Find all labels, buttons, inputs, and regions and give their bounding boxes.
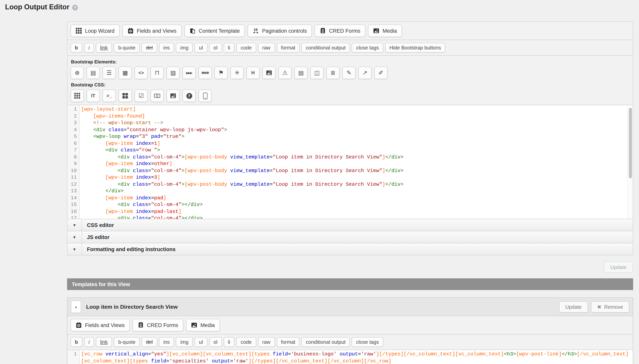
grid-columns-icon[interactable]: [71, 90, 84, 102]
loop-output-code-editor[interactable]: 1[wpv-layout-start]2 [wpv-items-found]3 …: [67, 105, 633, 219]
quicktag-ol[interactable]: ol: [209, 337, 222, 347]
quicktag-ins[interactable]: ins: [159, 43, 174, 52]
image-icon[interactable]: [166, 90, 180, 102]
quicktag-close-tags[interactable]: close tags: [352, 43, 383, 52]
template-code-editor[interactable]: 1[vc_row vertical_align="yes"][vc_column…: [67, 350, 633, 364]
code-text: [wpv-item index=pad-last]: [79, 208, 181, 215]
quicktag-ol[interactable]: ol: [209, 43, 222, 52]
toolbar-button-cred-forms[interactable]: CRED Forms: [315, 24, 365, 37]
line-number: 13: [67, 188, 79, 194]
quicktag-format[interactable]: format: [277, 43, 300, 52]
quicktag-link[interactable]: link: [96, 43, 112, 52]
page-title: Loop Output Editor: [5, 3, 69, 11]
toolbar-button-media[interactable]: Media: [186, 319, 220, 331]
text-size-icon[interactable]: IT: [87, 90, 100, 102]
code-line: 17 <div class="col-sm-4"></div>: [67, 215, 633, 219]
th-list-icon[interactable]: ▦: [119, 66, 132, 79]
quicktag-link[interactable]: link: [96, 337, 112, 347]
quicktag-hide-bootstrap-buttons[interactable]: Hide Bootstrap buttons: [385, 43, 446, 52]
quicktag-raw[interactable]: raw: [258, 43, 275, 52]
quicktag-i[interactable]: i: [84, 337, 94, 347]
quicktag-del[interactable]: del: [142, 337, 157, 347]
quicktag-conditional-output[interactable]: conditional output: [302, 43, 350, 52]
quicktag-code[interactable]: code: [237, 337, 256, 347]
toolbar-button-fields-and-views[interactable]: Fields and Views: [122, 24, 182, 37]
quicktag-ul[interactable]: ul: [195, 337, 207, 347]
media-list-icon[interactable]: ☰: [103, 66, 116, 79]
pagination-123-icon[interactable]: ❶❷❸: [198, 66, 212, 79]
quicktag-close-tags[interactable]: close tags: [352, 337, 383, 347]
update-button[interactable]: Update: [604, 262, 633, 273]
plus-sign-icon[interactable]: ⊕: [71, 66, 84, 79]
edit-icon[interactable]: ✎: [342, 66, 356, 79]
code-line: 8 <div class="col-sm-4">[wpv-post-body v…: [67, 154, 633, 160]
quicktag-img[interactable]: img: [176, 337, 193, 347]
template-update-button[interactable]: Update: [559, 301, 588, 312]
input-button-icon[interactable]: [150, 90, 164, 102]
console-icon[interactable]: >_: [103, 90, 116, 102]
bootstrap-toolbars: Bootstrap Elements: ⊕▤☰▦<>⊓▨▶▶▶❶❷❸⚑✳H⚠▤◫…: [67, 56, 633, 105]
line-number: 6: [67, 140, 79, 147]
template-remove-button[interactable]: ✖Remove: [591, 301, 629, 312]
check-square-icon[interactable]: ☑: [134, 90, 148, 102]
code-icon[interactable]: <>: [134, 66, 148, 79]
help-icon[interactable]: ?: [72, 5, 78, 10]
section-css-editor[interactable]: ▼ CSS editor: [67, 219, 633, 231]
quicktag-img[interactable]: img: [176, 43, 193, 52]
list-icon[interactable]: ≣: [326, 66, 340, 79]
section-label: CSS editor: [82, 219, 114, 231]
section-formatting-instructions[interactable]: ▼ Formatting and editing instructions: [67, 243, 633, 255]
quicktag-li[interactable]: li: [224, 337, 235, 347]
modal-icon[interactable]: ◫: [310, 66, 324, 79]
toolbar-button-loop-wizard[interactable]: Loop Wizard: [71, 24, 120, 37]
label-icon[interactable]: ⚑: [215, 66, 228, 79]
editor-toolbar: Loop WizardFields and ViewsContent Templ…: [67, 22, 633, 40]
toolbar-button-label: Media: [383, 28, 397, 34]
resize-full-icon[interactable]: ↗: [358, 66, 371, 79]
magic-wand-icon[interactable]: ✐: [374, 66, 387, 79]
toolbar-button-label: Pagination controls: [262, 28, 307, 34]
question-icon[interactable]: ?: [182, 90, 196, 102]
code-text: </div>: [79, 188, 124, 194]
bootstrap-elements-label: Bootstrap Elements:: [71, 59, 630, 64]
quicktag-format[interactable]: format: [277, 337, 300, 347]
toolbar-button-pagination-controls[interactable]: 19Pagination controls: [248, 24, 312, 37]
toolbar-button-fields-and-views[interactable]: Fields and Views: [71, 319, 130, 331]
breadcrumb-icon[interactable]: ▶▶▶: [182, 66, 196, 79]
list-alt-icon[interactable]: ▤: [87, 66, 100, 79]
quicktag-ul[interactable]: ul: [195, 43, 207, 52]
quicktag-b[interactable]: b: [71, 337, 82, 347]
quicktag-li[interactable]: li: [224, 43, 235, 52]
header-icon[interactable]: H: [246, 66, 260, 79]
code-line: 1[wpv-layout-start]: [67, 106, 633, 113]
quicktag-ins[interactable]: ins: [159, 337, 174, 347]
thumbnail-icon[interactable]: [262, 66, 276, 79]
quicktag-b-quote[interactable]: b-quote: [114, 337, 140, 347]
collapse-up-icon[interactable]: ▲: [71, 300, 81, 313]
code-line: 12 <div class="col-sm-4">[wpv-post-body …: [67, 181, 633, 188]
cred-forms-icon: [320, 28, 326, 34]
section-js-editor[interactable]: ▼ JS editor: [67, 231, 633, 243]
quicktag-conditional-output[interactable]: conditional output: [302, 337, 350, 347]
quicktag-del[interactable]: del: [142, 43, 157, 52]
th-large-icon[interactable]: [119, 90, 132, 102]
phone-icon[interactable]: [198, 90, 212, 102]
template-title: Loop item in Directory Search View: [86, 304, 559, 310]
quicktag-b-quote[interactable]: b-quote: [114, 43, 140, 52]
certificate-icon[interactable]: ✳: [231, 66, 244, 79]
toolbar-button-cred-forms[interactable]: CRED Forms: [133, 319, 183, 331]
quicktag-code[interactable]: code: [237, 43, 256, 52]
editor-scrollbar-thumb[interactable]: [629, 108, 632, 178]
alert-icon[interactable]: ⚠: [278, 66, 292, 79]
quicktag-raw[interactable]: raw: [258, 337, 275, 347]
code-text: <div class="container wpv-loop js-wpv-lo…: [79, 126, 227, 133]
toolbar-button-media[interactable]: Media: [368, 24, 402, 37]
align-top-icon[interactable]: ⊓: [150, 66, 164, 79]
toolbar-button-content-template[interactable]: Content Template: [184, 24, 245, 37]
quicktag-i[interactable]: i: [84, 43, 94, 52]
code-text: <div class="row ">: [79, 147, 160, 154]
quicktag-b[interactable]: b: [71, 43, 82, 52]
well-icon[interactable]: ▨: [166, 66, 180, 79]
media-object-icon[interactable]: ▤: [294, 66, 308, 79]
quicktags-toolbar: bilinkb-quotedelinsimgulollicoderawforma…: [67, 40, 633, 56]
